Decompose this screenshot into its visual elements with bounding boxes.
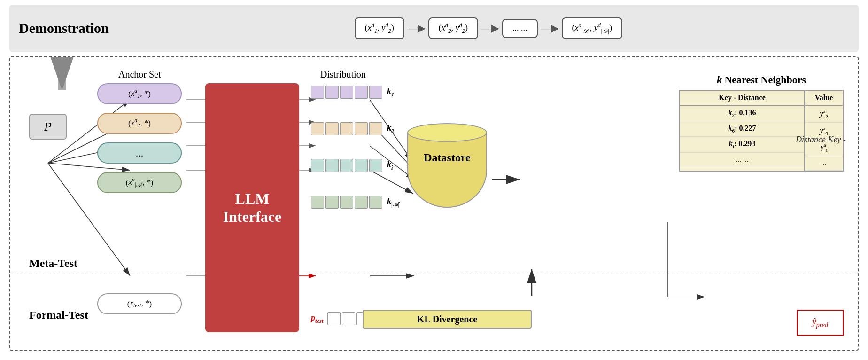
k2-label: k2 xyxy=(387,123,403,135)
dist-vector-A xyxy=(311,196,382,209)
dist-row-2: k2 xyxy=(311,122,403,135)
dist-cell xyxy=(355,159,368,172)
dist-vector-i xyxy=(311,159,382,172)
y-pred-box: ŷpred xyxy=(797,310,844,336)
dist-cell xyxy=(311,122,324,135)
knn-col-value-header: Value xyxy=(805,91,843,106)
x-test-box: (xtest, *) xyxy=(97,293,182,314)
p-box: P xyxy=(29,114,67,140)
main-dashed-box: P xyxy=(9,56,859,351)
dist-cell xyxy=(311,86,324,99)
distance-key-text: Distance Key - xyxy=(796,135,846,144)
anchor-item-2: (xa2, *) xyxy=(97,113,182,134)
dist-cell xyxy=(369,159,382,172)
dist-row-A: k|𝒜| xyxy=(311,196,403,209)
dist-cell xyxy=(355,86,368,99)
anchor-item-1: (xa1, *) xyxy=(97,83,182,104)
dist-cell xyxy=(326,159,339,172)
distribution-label: Distribution xyxy=(320,69,366,80)
dist-cell xyxy=(369,86,382,99)
dist-cell xyxy=(311,196,324,209)
knn-col-value: Value ya2 ya6 yai ... xyxy=(805,91,843,171)
ki-label: ki xyxy=(387,160,403,172)
demo-arrow-3: ―▶ xyxy=(541,22,559,34)
anchor-item-last: (xa|𝒜|, *) xyxy=(97,172,182,193)
dist-cell xyxy=(355,122,368,135)
cylinder-top xyxy=(407,123,487,142)
dist-cell xyxy=(340,159,353,172)
knn-row-dots-val: ... xyxy=(805,156,843,171)
interface-label: Interface xyxy=(223,208,281,226)
x-test-text: xtest, * xyxy=(130,298,149,309)
dist-cell xyxy=(327,312,341,325)
knn-row-k2-val: ya2 xyxy=(805,106,843,123)
dist-cell xyxy=(369,196,382,209)
dist-cell xyxy=(311,159,324,172)
demo-box-last: (xd|𝒟|, yd|𝒟|) xyxy=(562,17,622,39)
datastore-container: Datastore xyxy=(405,123,489,227)
dist-cell xyxy=(355,196,368,209)
dist-cell xyxy=(342,312,355,325)
dist-cell xyxy=(369,122,382,135)
demo-box-dots: ... ... xyxy=(502,19,538,38)
p-test-label: ptest xyxy=(311,313,324,325)
anchor-set-label: Anchor Set xyxy=(118,69,161,80)
dist-cell xyxy=(326,122,339,135)
datastore-label: Datastore xyxy=(407,151,487,164)
demo-box-1: (xd1, yd2) xyxy=(355,17,404,39)
dist-cell xyxy=(340,196,353,209)
llm-label: LLM xyxy=(235,190,270,208)
p-label: P xyxy=(44,120,52,134)
cylinder-body xyxy=(407,133,487,208)
demo-arrow-1: ―▶ xyxy=(407,22,426,34)
dist-row-i: ki xyxy=(311,159,403,172)
knn-section: k k Nearest Neighbors Nearest Neighbors … xyxy=(679,74,844,172)
knn-col-key: Key - Distance k2: 0.136 k6: 0.227 ki: 0… xyxy=(680,91,805,171)
knn-table: Key - Distance k2: 0.136 k6: 0.227 ki: 0… xyxy=(679,90,844,172)
knn-col-key-header: Key - Distance xyxy=(680,91,804,106)
cylinder-wrap: Datastore xyxy=(407,123,487,217)
demo-arrow-2: ―▶ xyxy=(481,22,499,34)
dist-row-1: k1 xyxy=(311,86,403,99)
llm-interface-block: LLM Interface xyxy=(205,83,299,332)
knn-row-k6-key: k6: 0.227 xyxy=(680,121,804,137)
k1-label: k1 xyxy=(387,86,403,98)
meta-test-label: Meta-Test xyxy=(29,257,78,270)
kl-divergence-bar: KL Divergence xyxy=(363,310,532,329)
demo-section: Demonstration (xd1, yd2) ―▶ (xd2, yd2) ―… xyxy=(9,5,859,52)
demo-sequence: (xd1, yd2) ―▶ (xd2, yd2) ―▶ ... ... ―▶ (… xyxy=(128,17,849,39)
knn-row-ki-key: ki: 0.293 xyxy=(680,137,804,152)
formal-test-label: Formal-Test xyxy=(29,309,88,321)
demo-label: Demonstration xyxy=(19,20,109,36)
dist-vector-1 xyxy=(311,86,382,99)
dist-cell xyxy=(340,86,353,99)
dist-vector-2 xyxy=(311,122,382,135)
knn-row-dots-key: ... ... xyxy=(680,153,804,167)
dist-cell xyxy=(340,122,353,135)
knn-title: k k Nearest Neighbors Nearest Neighbors xyxy=(679,74,844,86)
dist-cell xyxy=(326,196,339,209)
dist-vectors: k1 k2 ki xyxy=(311,86,403,209)
kl-label: KL Divergence xyxy=(417,314,477,325)
dist-cell xyxy=(326,86,339,99)
anchor-item-dots: ... xyxy=(97,142,182,164)
knn-row-k2-key: k2: 0.136 xyxy=(680,106,804,121)
demo-box-2: (xd2, yd2) xyxy=(428,17,478,39)
main-container: Demonstration (xd1, yd2) ―▶ (xd2, yd2) ―… xyxy=(0,0,868,360)
distance-key-note: Distance Key - xyxy=(796,135,846,145)
kA-label: k|𝒜| xyxy=(387,196,403,208)
anchor-items: (xa1, *) (xa2, *) ... (xa|𝒜|, *) xyxy=(97,83,182,193)
